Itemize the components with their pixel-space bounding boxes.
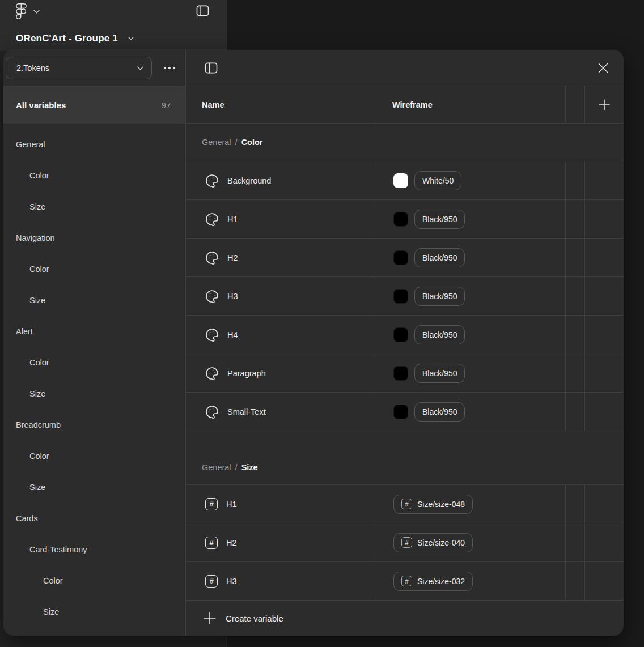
all-variables-count: 97 — [162, 101, 171, 110]
variables-table: Name Wireframe General / Color — [186, 50, 624, 636]
row-actions-cell — [584, 393, 624, 431]
tree-item-general[interactable]: General — [3, 129, 185, 160]
add-mode-button[interactable] — [596, 97, 612, 113]
column-header-name[interactable]: Name — [186, 86, 376, 123]
tree-item-navigation-size[interactable]: Size — [3, 284, 185, 316]
variable-value: White/50 — [422, 176, 454, 185]
column-header-mode[interactable]: Wireframe — [376, 86, 565, 123]
variable-value-chip[interactable]: Black/950 — [414, 325, 465, 344]
number-variable-icon: # — [205, 498, 218, 510]
variables-panel: 2.Tokens All variables 97 General Color — [3, 50, 624, 636]
variable-name: Paragraph — [227, 369, 266, 378]
color-variable-icon — [205, 174, 219, 188]
color-swatch[interactable] — [393, 327, 408, 342]
variable-name: H3 — [226, 577, 237, 586]
tree-item-alert-size[interactable]: Size — [3, 378, 185, 409]
tree-item-general-color[interactable]: Color — [3, 160, 185, 191]
collection-select[interactable]: 2.Tokens — [6, 57, 152, 79]
color-swatch[interactable] — [393, 250, 408, 265]
table-row[interactable]: H4 Black/950 — [186, 316, 624, 354]
section-separator: / — [235, 463, 238, 472]
figma-logo-icon[interactable] — [16, 3, 27, 19]
variable-value-chip[interactable]: Black/950 — [414, 364, 465, 383]
row-actions-cell — [584, 485, 624, 523]
row-spacer-cell — [565, 354, 584, 392]
toggle-panel-sidebar-icon[interactable] — [203, 60, 219, 76]
section-separator: / — [235, 138, 238, 147]
variable-value-chip[interactable]: White/50 — [414, 171, 461, 190]
color-variable-icon — [205, 405, 219, 419]
collection-bar: 2.Tokens — [3, 50, 185, 86]
main-menu-chevron-icon[interactable] — [33, 10, 40, 14]
sidebar-item-all-variables[interactable]: All variables 97 — [3, 86, 185, 124]
close-icon[interactable] — [595, 60, 611, 76]
section-header-general-size: General / Size — [186, 431, 624, 485]
create-variable-button[interactable]: Create variable — [186, 601, 624, 636]
variable-name: H1 — [227, 215, 238, 224]
row-spacer-cell — [565, 200, 584, 238]
tree-item-card-testimony-size[interactable]: Size — [3, 596, 185, 627]
tree-item-card-testimony-color[interactable]: Color — [3, 565, 185, 596]
variable-value-chip[interactable]: Black/950 — [414, 402, 465, 422]
number-icon: # — [401, 537, 412, 548]
variable-name: H4 — [227, 330, 238, 339]
section-group-label: General — [202, 463, 231, 472]
tree-item-navigation[interactable]: Navigation — [3, 222, 185, 253]
variable-value-chip[interactable]: # Size/size-048 — [393, 495, 473, 514]
number-icon: # — [401, 499, 412, 509]
row-actions-cell — [584, 200, 624, 238]
table-row[interactable]: # H3 # Size/size-032 — [186, 562, 624, 601]
section-group-label: General — [202, 138, 231, 147]
variable-value-chip[interactable]: Black/950 — [414, 287, 465, 306]
color-swatch[interactable] — [393, 405, 408, 419]
column-spacer — [565, 86, 584, 123]
table-row[interactable]: H2 Black/950 — [186, 239, 624, 277]
row-actions-cell — [584, 277, 624, 315]
table-row[interactable]: Small-Text Black/950 — [186, 393, 624, 431]
variable-name: H3 — [227, 292, 238, 301]
plus-icon — [203, 611, 217, 625]
variable-value-chip[interactable]: # Size/size-040 — [393, 533, 473, 552]
variable-value: Black/950 — [422, 215, 457, 224]
color-swatch[interactable] — [393, 366, 408, 381]
table-row[interactable]: # H1 # Size/size-048 — [186, 485, 624, 523]
file-title-chevron-icon[interactable] — [128, 37, 134, 40]
table-row[interactable]: # H2 # Size/size-040 — [186, 523, 624, 562]
tree-item-breadcrumb-color[interactable]: Color — [3, 440, 185, 471]
section-header-general-color: General / Color — [186, 124, 624, 161]
variable-value: Black/950 — [422, 330, 457, 339]
tree-item-navigation-color[interactable]: Color — [3, 253, 185, 284]
variable-value-chip[interactable]: # Size/size-032 — [393, 572, 473, 591]
variable-value-chip[interactable]: Black/950 — [414, 248, 465, 267]
tree-item-cards[interactable]: Cards — [3, 503, 185, 534]
variable-name: H2 — [226, 538, 237, 547]
tree-item-alert-color[interactable]: Color — [3, 347, 185, 378]
color-swatch[interactable] — [393, 289, 408, 304]
variable-value: Size/size-032 — [417, 577, 465, 586]
ellipsis-icon — [163, 66, 176, 70]
table-row[interactable]: Paragraph Black/950 — [186, 354, 624, 393]
table-row[interactable]: H3 Black/950 — [186, 277, 624, 316]
section-subgroup-label: Size — [242, 463, 258, 472]
chevron-down-icon — [137, 66, 143, 70]
variable-value-chip[interactable]: Black/950 — [414, 210, 465, 229]
row-spacer-cell — [565, 316, 584, 354]
row-spacer-cell — [565, 277, 584, 315]
color-swatch[interactable] — [393, 173, 408, 188]
collapse-sidebar-icon[interactable] — [194, 3, 210, 19]
color-swatch[interactable] — [393, 212, 408, 227]
variable-value: Black/950 — [422, 407, 457, 416]
tree-item-breadcrumb[interactable]: Breadcrumb — [3, 409, 185, 440]
table-row[interactable]: Background White/50 — [186, 161, 624, 200]
file-title: ORenC'Art - Groupe 1 — [16, 33, 118, 44]
tree-item-card-testimony[interactable]: Card-Testimony — [3, 534, 185, 565]
tree-item-alert[interactable]: Alert — [3, 316, 185, 347]
table-row[interactable]: H1 Black/950 — [186, 200, 624, 239]
tree-item-breadcrumb-size[interactable]: Size — [3, 471, 185, 503]
tree-item-general-size[interactable]: Size — [3, 191, 185, 222]
variable-groups-tree: General Color Size Navigation Color Size… — [3, 124, 185, 627]
row-actions-cell — [584, 316, 624, 354]
more-options-button[interactable] — [160, 59, 179, 77]
row-actions-cell — [584, 562, 624, 600]
variables-panel-sidebar: 2.Tokens All variables 97 General Color — [3, 50, 186, 636]
